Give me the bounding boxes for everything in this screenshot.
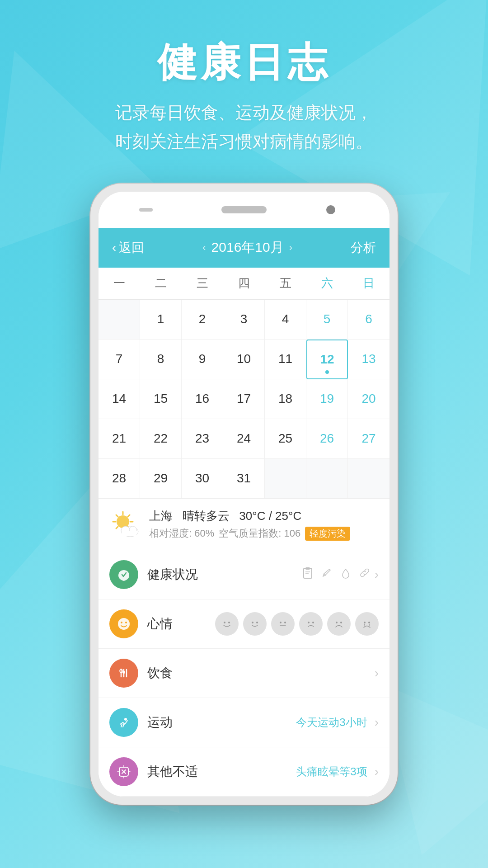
health-status-section[interactable]: 健康状况 — [99, 550, 389, 599]
mood-sad[interactable] — [299, 612, 323, 636]
svg-line-5 — [116, 515, 118, 517]
back-chevron-icon: ‹ — [112, 241, 116, 255]
calendar-day-28[interactable]: 28 — [99, 459, 140, 499]
health-status-chevron: › — [375, 567, 379, 582]
exercise-label: 运动 — [147, 714, 296, 731]
weekday-fri: 五 — [265, 268, 306, 299]
calendar-day-13[interactable]: 13 — [348, 340, 389, 379]
calendar-day-26[interactable]: 26 — [306, 419, 348, 459]
weather-info: 上海 晴转多云 30°C / 25°C 相对湿度: 60% 空气质量指数: 10… — [149, 508, 379, 541]
calendar-day-31[interactable]: 31 — [223, 459, 265, 499]
calendar-day-14[interactable]: 14 — [99, 379, 140, 419]
calendar-day-2[interactable]: 2 — [182, 300, 223, 340]
svg-line-7 — [128, 515, 130, 517]
back-button[interactable]: ‹ 返回 — [112, 239, 144, 256]
weekday-tue: 二 — [140, 268, 182, 299]
health-status-icon — [109, 560, 138, 589]
svg-point-18 — [121, 622, 122, 623]
svg-point-37 — [364, 622, 366, 623]
mood-neutral[interactable] — [271, 612, 295, 636]
calendar-day-7[interactable]: 7 — [99, 340, 140, 379]
calendar-day-10[interactable]: 10 — [223, 340, 265, 379]
svg-point-44 — [124, 718, 127, 721]
calendar-day-empty-3 — [306, 459, 348, 499]
mood-section[interactable]: 心情 — [99, 599, 389, 649]
svg-point-20 — [220, 617, 234, 631]
calendar-day-20[interactable]: 20 — [348, 379, 389, 419]
weekday-sat: 六 — [306, 268, 348, 299]
discomfort-hint: 头痛眩晕等3项 — [296, 764, 367, 779]
discomfort-label: 其他不适 — [147, 763, 296, 780]
calendar-day-25[interactable]: 25 — [265, 419, 306, 459]
svg-rect-12 — [122, 531, 136, 536]
diet-section[interactable]: 饮食 › — [99, 649, 389, 698]
health-pencil-icon[interactable] — [320, 566, 333, 582]
calendar-day-21[interactable]: 21 — [99, 419, 140, 459]
analysis-button[interactable]: 分析 — [351, 239, 376, 256]
calendar-day-11[interactable]: 11 — [265, 340, 306, 379]
mood-crying[interactable] — [355, 612, 379, 636]
discomfort-section[interactable]: 其他不适 头痛眩晕等3项 › — [99, 747, 389, 797]
calendar-day-23[interactable]: 23 — [182, 419, 223, 459]
svg-point-32 — [312, 622, 314, 623]
calendar-day-dot — [325, 370, 329, 374]
calendar-day-22[interactable]: 22 — [140, 419, 182, 459]
calendar-day-6[interactable]: 6 — [348, 300, 389, 340]
svg-line-8 — [116, 527, 118, 528]
phone-outer-shell: ‹ 返回 ‹ 2016年10月 › 分析 一 二 三 四 五 — [90, 184, 398, 805]
calendar-day-9[interactable]: 9 — [182, 340, 223, 379]
subtitle: 记录每日饮食、运动及健康状况， 时刻关注生活习惯对病情的影响。 — [0, 98, 488, 156]
svg-point-19 — [125, 622, 127, 623]
calendar-day-5[interactable]: 5 — [306, 300, 348, 340]
calendar-day-27[interactable]: 27 — [348, 419, 389, 459]
phone-inner-shell: ‹ 返回 ‹ 2016年10月 › 分析 一 二 三 四 五 — [99, 192, 389, 797]
nav-bar: ‹ 返回 ‹ 2016年10月 › 分析 — [99, 228, 389, 268]
calendar-day-16[interactable]: 16 — [182, 379, 223, 419]
exercise-hint: 今天运动3小时 — [296, 715, 367, 730]
weather-section: 上海 晴转多云 30°C / 25°C 相对湿度: 60% 空气质量指数: 10… — [99, 499, 389, 550]
discomfort-icon — [109, 757, 138, 786]
calendar-day-17[interactable]: 17 — [223, 379, 265, 419]
calendar-day-15[interactable]: 15 — [140, 379, 182, 419]
calendar-day-1[interactable]: 1 — [140, 300, 182, 340]
exercise-icon — [109, 708, 138, 737]
phone-camera — [326, 205, 335, 214]
health-clipboard-icon[interactable] — [301, 566, 314, 582]
calendar-day-29[interactable]: 29 — [140, 459, 182, 499]
phone-top-bar — [99, 192, 389, 228]
health-link-icon[interactable] — [358, 566, 371, 582]
svg-point-36 — [360, 617, 374, 631]
calendar-day-3[interactable]: 3 — [223, 300, 265, 340]
mood-happy[interactable] — [243, 612, 267, 636]
svg-point-0 — [117, 515, 129, 528]
mood-very-happy[interactable] — [215, 612, 239, 636]
prev-month-button[interactable]: ‹ — [202, 242, 206, 254]
next-month-button[interactable]: › — [289, 242, 292, 254]
calendar-day-8[interactable]: 8 — [140, 340, 182, 379]
mood-very-sad[interactable] — [327, 612, 351, 636]
calendar-day-12[interactable]: 12 — [306, 340, 348, 379]
exercise-chevron: › — [375, 715, 379, 730]
calendar-day-4[interactable]: 4 — [265, 300, 306, 340]
calendar-day-18[interactable]: 18 — [265, 379, 306, 419]
page-title: 健康日志 — [0, 41, 488, 85]
phone-speaker — [221, 206, 267, 213]
calendar-day-24[interactable]: 24 — [223, 419, 265, 459]
calendar-day-30[interactable]: 30 — [182, 459, 223, 499]
weekday-mon: 一 — [99, 268, 140, 299]
svg-point-31 — [308, 622, 310, 623]
calendar-day-empty-4 — [348, 459, 389, 499]
phone-sensor — [139, 208, 153, 212]
calendar-day-19[interactable]: 19 — [306, 379, 348, 419]
svg-point-30 — [304, 617, 318, 631]
diet-icon — [109, 659, 138, 688]
svg-point-28 — [284, 622, 286, 623]
svg-point-38 — [368, 622, 370, 623]
pollution-badge: 轻度污染 — [305, 527, 350, 541]
weekday-sun: 日 — [348, 268, 389, 299]
calendar-day-empty-2 — [265, 459, 306, 499]
exercise-section[interactable]: 运动 今天运动3小时 › — [99, 698, 389, 747]
calendar-weekday-header: 一 二 三 四 五 六 日 — [99, 268, 389, 300]
health-drop-icon[interactable] — [339, 566, 352, 582]
mood-faces-row — [215, 612, 379, 636]
